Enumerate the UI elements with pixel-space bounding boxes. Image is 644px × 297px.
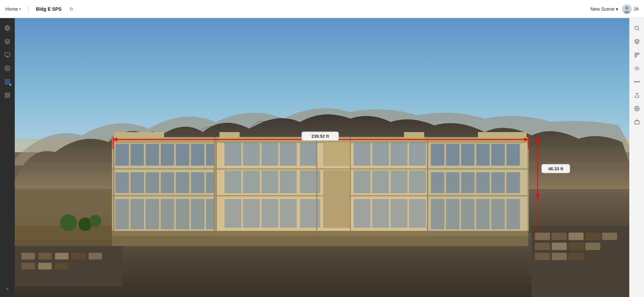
svg-rect-161 (585, 243, 600, 250)
svg-rect-103 (324, 171, 350, 228)
svg-rect-81 (354, 142, 370, 166)
svg-rect-150 (38, 263, 52, 270)
svg-rect-95 (176, 172, 189, 193)
nav-separator: | (28, 5, 29, 12)
qr-button[interactable] (631, 49, 643, 61)
svg-rect-160 (568, 243, 584, 250)
svg-point-1 (625, 6, 629, 10)
sidebar-item-monitor[interactable] (1, 49, 13, 61)
3d-scene: 239.52 ft 46.33 ft (15, 18, 629, 297)
svg-rect-12 (5, 82, 7, 84)
sun-button[interactable] (631, 62, 643, 74)
svg-rect-68 (115, 144, 129, 166)
svg-rect-107 (409, 171, 426, 193)
svg-rect-63 (478, 132, 527, 138)
svg-rect-94 (161, 172, 174, 193)
measure-button[interactable] (631, 76, 643, 88)
svg-rect-113 (506, 172, 520, 193)
sidebar-item-widget[interactable] (1, 76, 13, 88)
svg-rect-91 (115, 172, 129, 193)
svg-rect-122 (243, 199, 260, 228)
svg-line-37 (638, 70, 639, 70)
svg-rect-15 (8, 93, 10, 95)
grid-icon (4, 92, 10, 98)
svg-rect-124 (280, 199, 297, 228)
svg-point-33 (636, 67, 638, 70)
svg-rect-147 (72, 253, 85, 259)
svg-rect-97 (206, 172, 214, 193)
svg-rect-23 (635, 55, 637, 57)
refresh-icon[interactable]: ↻ (69, 6, 73, 12)
svg-rect-106 (391, 171, 407, 193)
svg-rect-11 (8, 79, 10, 81)
svg-rect-84 (409, 142, 426, 166)
svg-rect-157 (602, 233, 617, 240)
sidebar-item-globe[interactable] (1, 22, 13, 34)
svg-rect-144 (21, 253, 35, 259)
layers-right-button[interactable] (631, 36, 643, 48)
svg-rect-131 (446, 199, 459, 229)
svg-text:239.52 ft: 239.52 ft (311, 134, 329, 139)
svg-rect-86 (446, 144, 459, 166)
share-button[interactable] (631, 89, 643, 101)
svg-rect-120 (206, 199, 214, 229)
globe-icon (4, 25, 10, 31)
right-sidebar (629, 18, 644, 297)
svg-rect-14 (5, 93, 7, 95)
user-profile[interactable]: Jill (622, 4, 639, 14)
svg-rect-163 (552, 253, 567, 260)
svg-rect-121 (225, 199, 241, 228)
svg-rect-92 (131, 172, 144, 193)
svg-rect-75 (225, 142, 241, 166)
sidebar-expand-button[interactable]: » (1, 285, 13, 293)
svg-line-40 (635, 70, 635, 70)
svg-rect-105 (372, 171, 389, 193)
svg-rect-16 (5, 96, 7, 98)
svg-rect-100 (261, 171, 278, 193)
svg-rect-132 (461, 199, 475, 229)
svg-rect-164 (568, 253, 584, 260)
svg-rect-17 (8, 96, 10, 98)
project-title: Bldg E SPS (36, 6, 61, 12)
svg-rect-76 (243, 142, 260, 166)
svg-rect-22 (637, 53, 639, 55)
svg-rect-71 (161, 144, 174, 166)
svg-rect-155 (568, 233, 584, 240)
briefcase-icon (634, 119, 640, 125)
sidebar-item-settings[interactable] (1, 62, 13, 74)
new-scene-button[interactable]: New Scene ▾ (590, 6, 618, 12)
avatar-image (622, 4, 632, 14)
qr-icon (634, 52, 640, 58)
svg-rect-118 (176, 199, 189, 229)
gear-right-button[interactable] (631, 103, 643, 115)
svg-rect-158 (535, 243, 550, 250)
new-scene-label: New Scene (590, 6, 614, 12)
svg-marker-5 (5, 39, 10, 42)
svg-point-49 (636, 108, 638, 109)
home-nav[interactable]: Home ▾ (5, 6, 21, 12)
briefcase-button[interactable] (631, 116, 643, 128)
header-left: Home ▾ | Bldg E SPS ↻ (5, 5, 73, 12)
sidebar-item-layers[interactable] (1, 36, 13, 48)
svg-rect-101 (280, 171, 297, 193)
svg-rect-111 (476, 172, 490, 193)
expand-icon: » (6, 287, 9, 291)
svg-rect-149 (21, 263, 35, 270)
svg-line-36 (635, 67, 635, 67)
svg-point-18 (635, 26, 639, 30)
svg-rect-90 (506, 144, 520, 166)
sidebar-item-grid[interactable] (1, 89, 13, 101)
main-viewport[interactable]: 239.52 ft 46.33 ft (15, 18, 629, 297)
svg-rect-88 (476, 144, 490, 166)
svg-point-9 (7, 68, 8, 69)
svg-rect-154 (552, 233, 567, 240)
home-label: Home (5, 6, 18, 12)
svg-rect-133 (476, 199, 490, 229)
svg-rect-146 (55, 253, 68, 259)
new-scene-chevron: ▾ (616, 6, 618, 12)
search-button[interactable] (631, 22, 643, 34)
svg-rect-79 (300, 142, 317, 166)
svg-rect-114 (115, 199, 129, 229)
svg-line-19 (638, 29, 639, 30)
svg-line-41 (638, 67, 639, 67)
